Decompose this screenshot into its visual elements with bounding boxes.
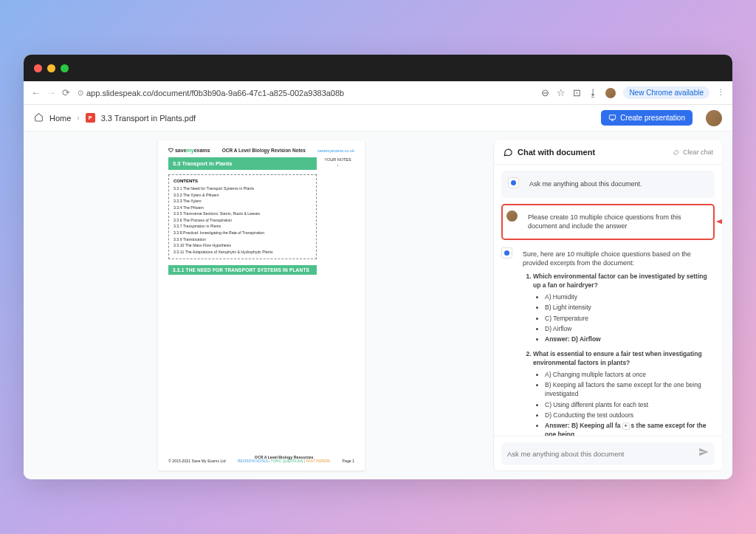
extensions-icon[interactable]: ⊡ [573, 87, 581, 98]
browser-window: ← → ⟳ ⊙ app.slidespeak.co/document/f0b3b… [24, 55, 732, 479]
document-footer: © 2015-2021 Save My Exams Ltd OCR A Leve… [168, 455, 354, 463]
pdf-icon: P [86, 113, 95, 123]
document-link: savemyexams.co.uk [317, 148, 354, 153]
presentation-icon [608, 114, 616, 122]
user-message-text: Please create 10 multiple choice questio… [523, 209, 709, 235]
user-avatar[interactable] [706, 110, 722, 126]
site-info-icon[interactable]: ⊙ [78, 89, 83, 97]
bot-avatar-icon [501, 247, 512, 259]
contents-box: CONTENTS 3.3.1 The Need for Transport Sy… [168, 174, 317, 259]
download-icon[interactable]: ⭳ [588, 87, 598, 98]
publisher-logo: 🛡 savemyexams [168, 148, 210, 153]
reload-button[interactable]: ⟳ [62, 87, 70, 98]
menu-icon[interactable]: ⋮ [717, 88, 725, 97]
breadcrumb-home[interactable]: Home [49, 114, 71, 123]
clear-chat-button[interactable]: Clear chat [673, 148, 713, 156]
window-titlebar [24, 55, 732, 81]
forward-button[interactable]: → [47, 87, 56, 98]
url-text: app.slidespeak.co/document/f0b3b90a-9a66… [86, 89, 344, 97]
your-notes-label: YOUR NOTES ↓ [321, 157, 354, 275]
answer-text: Answer: D) Airflow [545, 335, 709, 344]
chrome-update-button[interactable]: New Chrome available [623, 86, 709, 99]
breadcrumb-document: 3.3 Transport in Plants.pdf [101, 114, 196, 123]
chat-icon [503, 147, 513, 157]
document-viewer[interactable]: 🛡 savemyexams OCR A Level Biology Revisi… [24, 131, 493, 479]
chat-input[interactable] [507, 450, 694, 458]
question-1: Which environmental factor can be invest… [533, 273, 709, 344]
user-message-highlighted: Please create 10 multiple choice questio… [501, 204, 715, 240]
callout-arrow-icon [717, 218, 722, 225]
zoom-icon[interactable]: ⊖ [541, 87, 549, 98]
svg-rect-0 [610, 115, 616, 120]
svg-marker-2 [717, 219, 722, 225]
home-icon[interactable] [34, 112, 44, 125]
profile-avatar[interactable] [605, 88, 616, 98]
document-page: 🛡 savemyexams OCR A Level Biology Revisi… [158, 140, 365, 470]
back-button[interactable]: ← [31, 87, 41, 98]
chat-input-container [501, 442, 715, 465]
browser-toolbar: ← → ⟳ ⊙ app.slidespeak.co/document/f0b3b… [24, 81, 732, 105]
create-presentation-button[interactable]: Create presentation [601, 110, 693, 126]
subsection-banner: 3.3.1 THE NEED FOR TRANSPORT SYSTEMS IN … [168, 265, 317, 275]
answer-text: Answer: B) Keeping all fa+s the same exc… [545, 422, 709, 436]
bot-avatar-icon [508, 177, 519, 188]
response-intro-text: Sure, here are 10 multiple choice questi… [523, 250, 691, 267]
eraser-icon [673, 148, 680, 156]
window-close-icon[interactable] [34, 64, 42, 72]
window-maximize-icon[interactable] [61, 64, 69, 72]
question-2: What is essential to ensure a fair test … [533, 350, 709, 436]
send-icon [698, 447, 709, 457]
document-brand: OCR A Level Biology Revision Notes [222, 148, 306, 153]
copyright-text: © 2015-2021 Save My Exams Ltd [168, 459, 226, 463]
section-banner: 3.3 Transport in Plants [168, 157, 317, 170]
chat-title: Chat with document [503, 147, 595, 157]
assistant-response: Sure, here are 10 multiple choice questi… [501, 246, 715, 436]
app-header: Home › P 3.3 Transport in Plants.pdf Cre… [24, 105, 732, 131]
send-button[interactable] [698, 447, 709, 460]
chevron-right-icon: › [77, 114, 79, 122]
contents-list: 3.3.1 The Need for Transport Systems in … [173, 185, 312, 255]
contents-label: CONTENTS [173, 179, 312, 183]
assistant-message: Ask me anything about this document. [501, 171, 715, 198]
assistant-intro-text: Ask me anything about this document. [524, 176, 708, 193]
url-bar[interactable]: ⊙ app.slidespeak.co/document/f0b3b90a-9a… [78, 89, 344, 97]
chat-messages[interactable]: Ask me anything about this document. Ple… [494, 165, 722, 436]
page-number: Page 1 [343, 459, 354, 463]
expand-icon[interactable]: + [622, 422, 630, 430]
chat-panel: Chat with document Clear chat Ask me any… [493, 140, 722, 470]
bookmark-icon[interactable]: ☆ [557, 87, 566, 98]
user-message-avatar [506, 210, 518, 222]
window-minimize-icon[interactable] [47, 64, 55, 72]
